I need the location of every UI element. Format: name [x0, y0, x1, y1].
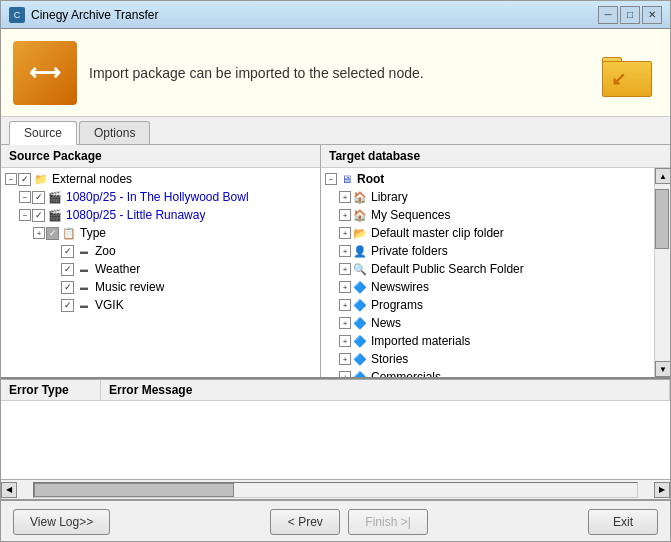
maximize-button[interactable]: □	[620, 6, 640, 24]
list-item[interactable]: + 🏠 Library	[321, 188, 654, 206]
list-item[interactable]: + 🔷 Newswires	[321, 278, 654, 296]
list-item[interactable]: ▬ VGIK	[1, 296, 320, 314]
newswires-icon: 🔷	[352, 280, 368, 294]
tree-checkbox[interactable]	[61, 281, 74, 294]
transfer-icon: ⟷	[13, 41, 77, 105]
target-panel-header: Target database	[321, 145, 670, 168]
error-area: Error Type Error Message	[1, 379, 670, 479]
tab-options[interactable]: Options	[79, 121, 150, 144]
prev-button[interactable]: < Prev	[270, 509, 340, 535]
item-icon: ▬	[76, 280, 92, 294]
scroll-right-button[interactable]: ▶	[654, 482, 670, 498]
expand-button[interactable]: +	[339, 245, 351, 257]
tab-source[interactable]: Source	[9, 121, 77, 145]
tree-item-label: Commercials	[371, 370, 441, 377]
window-title: Cinegy Archive Transfer	[31, 8, 598, 22]
programs-icon: 🔷	[352, 298, 368, 312]
expand-button[interactable]: +	[33, 227, 45, 239]
tree-item-label: Weather	[95, 262, 140, 276]
tree-checkbox[interactable]	[61, 299, 74, 312]
commercials-icon: 🔷	[352, 370, 368, 377]
list-item[interactable]: − 📁 External nodes	[1, 170, 320, 188]
error-header: Error Type Error Message	[1, 380, 670, 401]
list-item[interactable]: + 🏠 My Sequences	[321, 206, 654, 224]
tree-checkbox[interactable]	[61, 263, 74, 276]
tree-item-label: 1080p/25 - Little Runaway	[66, 208, 205, 222]
close-button[interactable]: ✕	[642, 6, 662, 24]
expand-button[interactable]: +	[339, 281, 351, 293]
expand-button[interactable]: +	[339, 191, 351, 203]
tree-checkbox[interactable]	[32, 191, 45, 204]
tree-item-label: Music review	[95, 280, 164, 294]
news-icon: 🔷	[352, 316, 368, 330]
expand-button[interactable]: −	[325, 173, 337, 185]
scroll-thumb[interactable]	[655, 189, 669, 249]
view-log-button[interactable]: View Log>>	[13, 509, 110, 535]
panels: Source Package − 📁 External nodes − 🎬 10…	[1, 145, 670, 379]
film-icon: 🎬	[47, 208, 63, 222]
folder-icon: ↙	[602, 49, 658, 97]
source-tree[interactable]: − 📁 External nodes − 🎬 1080p/25 - In The…	[1, 168, 320, 377]
private-icon: 👤	[352, 244, 368, 258]
list-item[interactable]: ▬ Weather	[1, 260, 320, 278]
expand-button[interactable]: +	[339, 371, 351, 377]
scroll-down-button[interactable]: ▼	[655, 361, 670, 377]
error-body	[1, 401, 670, 479]
hscroll-track	[33, 482, 638, 498]
exit-button[interactable]: Exit	[588, 509, 658, 535]
tree-item-label: Imported materials	[371, 334, 470, 348]
scroll-track	[655, 184, 670, 361]
tree-checkbox[interactable]	[18, 173, 31, 186]
footer: View Log>> < Prev Finish >| Exit	[1, 499, 670, 542]
tree-checkbox[interactable]	[61, 245, 74, 258]
tree-checkbox[interactable]	[46, 227, 59, 240]
imported-icon: 🔷	[352, 334, 368, 348]
list-item[interactable]: + 📂 Default master clip folder	[321, 224, 654, 242]
finish-button[interactable]: Finish >|	[348, 509, 427, 535]
tree-item-label: External nodes	[52, 172, 132, 186]
list-item[interactable]: ▬ Zoo	[1, 242, 320, 260]
tree-item-label: Default master clip folder	[371, 226, 504, 240]
minimize-button[interactable]: ─	[598, 6, 618, 24]
expand-button[interactable]: +	[339, 317, 351, 329]
list-item[interactable]: + 🔍 Default Public Search Folder	[321, 260, 654, 278]
list-item[interactable]: + 🔷 Imported materials	[321, 332, 654, 350]
list-item[interactable]: − 🖥 Root	[321, 170, 654, 188]
list-item[interactable]: + 🔷 News	[321, 314, 654, 332]
scroll-up-button[interactable]: ▲	[655, 168, 670, 184]
list-item[interactable]: ▬ Music review	[1, 278, 320, 296]
expand-button[interactable]: −	[5, 173, 17, 185]
list-item[interactable]: + 📋 Type	[1, 224, 320, 242]
scroll-left-button[interactable]: ◀	[1, 482, 17, 498]
source-panel-header: Source Package	[1, 145, 320, 168]
list-item[interactable]: + 🔷 Commercials	[321, 368, 654, 377]
expand-button[interactable]: +	[339, 227, 351, 239]
tree-item-label: 1080p/25 - In The Hollywood Bowl	[66, 190, 249, 204]
expand-button[interactable]: +	[339, 209, 351, 221]
folder-body: ↙	[602, 61, 652, 97]
target-tree[interactable]: − 🖥 Root + 🏠 Library + 🏠 My Seque	[321, 168, 654, 377]
tree-item-label: News	[371, 316, 401, 330]
list-item[interactable]: + 👤 Private folders	[321, 242, 654, 260]
list-item[interactable]: − 🎬 1080p/25 - In The Hollywood Bowl	[1, 188, 320, 206]
list-item[interactable]: − 🎬 1080p/25 - Little Runaway	[1, 206, 320, 224]
expand-button[interactable]: +	[339, 263, 351, 275]
stories-icon: 🔷	[352, 352, 368, 366]
tree-item-label: Default Public Search Folder	[371, 262, 524, 276]
tree-checkbox[interactable]	[32, 209, 45, 222]
source-panel: Source Package − 📁 External nodes − 🎬 10…	[1, 145, 321, 377]
main-content: Source Package − 📁 External nodes − 🎬 10…	[1, 145, 670, 499]
expand-button[interactable]: −	[19, 191, 31, 203]
clip-folder-icon: 📂	[352, 226, 368, 240]
hscroll-thumb[interactable]	[34, 483, 234, 497]
expand-button[interactable]: +	[339, 335, 351, 347]
footer-left: View Log>>	[13, 509, 110, 535]
list-item[interactable]: + 🔷 Programs	[321, 296, 654, 314]
target-vscrollbar[interactable]: ▲ ▼	[654, 168, 670, 377]
expand-button[interactable]: +	[339, 353, 351, 365]
tree-item-label: Programs	[371, 298, 423, 312]
expand-button[interactable]: −	[19, 209, 31, 221]
expand-button[interactable]: +	[339, 299, 351, 311]
tree-item-label: Private folders	[371, 244, 448, 258]
list-item[interactable]: + 🔷 Stories	[321, 350, 654, 368]
